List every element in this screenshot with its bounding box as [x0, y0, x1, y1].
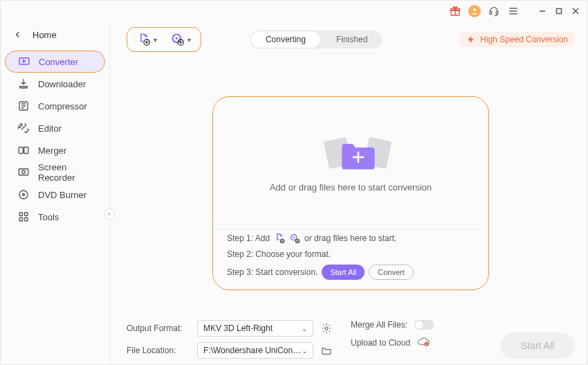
output-format-select[interactable]: MKV 3D Left-Right ⌄ [197, 320, 313, 337]
svg-rect-16 [19, 148, 23, 154]
tab-label: Finished [336, 35, 367, 44]
sidebar-item-tools[interactable]: Tools [5, 206, 105, 228]
svg-point-30 [176, 37, 178, 39]
start-all-label: Start All [521, 340, 554, 351]
sidebar-item-label: Compressor [38, 101, 87, 112]
sidebar-item-label: Screen Recorder [38, 162, 105, 183]
folder-illustration [316, 128, 385, 172]
svg-point-46 [325, 327, 328, 330]
content-area: ▾ ▾ Converting Finished High Speed Conve… [110, 21, 587, 364]
sidebar-item-converter[interactable]: Converter [5, 51, 105, 73]
app-window: Home Converter Downloader Compressor Ed [0, 0, 588, 365]
titlebar [1, 1, 587, 21]
svg-marker-14 [24, 60, 26, 62]
svg-point-3 [473, 8, 476, 11]
gear-icon[interactable] [320, 322, 333, 335]
sidebar-item-editor[interactable]: Editor [5, 117, 105, 139]
drop-hint: Add or drag files here to start conversi… [270, 182, 432, 193]
drop-area[interactable]: Add or drag files here to start conversi… [212, 96, 489, 290]
sidebar-item-label: Downloader [38, 79, 86, 89]
sidebar-item-downloader[interactable]: Downloader [5, 73, 105, 95]
high-speed-badge[interactable]: High Speed Conversion [459, 32, 575, 47]
chevron-down-icon: ⌄ [302, 325, 307, 332]
add-disc-icon [171, 33, 185, 46]
svg-rect-10 [557, 9, 562, 14]
add-file-icon [274, 233, 285, 244]
sidebar-item-screen-recorder[interactable]: Screen Recorder [5, 161, 105, 184]
step-3: Step 3: Start conversion. Start All Conv… [227, 265, 475, 280]
add-file-button[interactable]: ▾ [137, 33, 157, 46]
close-button[interactable] [571, 6, 580, 16]
sidebar-item-dvd-burner[interactable]: DVD Burner [5, 184, 105, 206]
merger-icon [17, 144, 30, 157]
home-button[interactable]: Home [1, 21, 109, 48]
drop-upper: Add or drag files here to start conversi… [213, 97, 488, 224]
avatar[interactable] [468, 5, 481, 17]
high-speed-label: High Speed Conversion [480, 35, 568, 44]
screen-recorder-icon [17, 166, 30, 179]
step-2: Step 2: Choose your format. [227, 249, 475, 259]
bottom-bar: Output Format: MKV 3D Left-Right ⌄ File … [127, 312, 575, 359]
chevron-down-icon: ▾ [154, 36, 157, 44]
sidebar-item-label: Converter [39, 57, 78, 67]
tab-finished[interactable]: Finished [321, 30, 383, 48]
bolt-icon [466, 35, 476, 44]
sidebar: Home Converter Downloader Compressor Ed [1, 21, 110, 364]
merge-toggle[interactable] [414, 320, 434, 330]
downloader-icon [17, 78, 30, 90]
step-text: or drag files here to start. [304, 233, 396, 243]
merge-files-label: Merge All Files: [351, 320, 407, 330]
sidebar-item-merger[interactable]: Merger [5, 139, 105, 161]
svg-rect-24 [19, 218, 23, 222]
file-location-label: File Location: [127, 346, 190, 355]
svg-point-21 [23, 194, 25, 196]
add-file-button-group: ▾ ▾ [127, 27, 201, 52]
start-all-button[interactable]: Start All [500, 332, 575, 359]
minimize-button[interactable] [538, 6, 547, 16]
sidebar-item-compressor[interactable]: Compressor [5, 95, 105, 117]
maximize-button[interactable] [554, 6, 564, 16]
tools-icon [17, 211, 30, 223]
upload-cloud-label: Upload to Cloud [351, 338, 410, 348]
tabs: Converting Finished [250, 30, 383, 48]
add-dvd-button[interactable]: ▾ [171, 33, 191, 46]
topbar: ▾ ▾ Converting Finished High Speed Conve… [127, 24, 575, 55]
output-format-label: Output Format: [127, 323, 190, 333]
svg-point-20 [19, 190, 28, 199]
sidebar-item-label: DVD Burner [38, 190, 86, 200]
step-text: Step 3: Start conversion. [227, 267, 318, 277]
svg-rect-4 [490, 12, 492, 15]
editor-icon [17, 122, 30, 134]
sidebar-collapse-button[interactable] [104, 208, 115, 220]
step-text: Step 2: Choose your format. [227, 249, 331, 259]
tab-label: Converting [266, 35, 306, 44]
step-1: Step 1: Add or drag files here to start. [227, 233, 475, 244]
chevron-down-icon: ▾ [187, 36, 191, 44]
start-all-pill[interactable]: Start All [322, 265, 365, 280]
step-text: Step 1: Add [227, 233, 270, 243]
cloud-icon[interactable] [417, 335, 430, 350]
select-value: F:\Wondershare UniConverter 1 [203, 346, 302, 355]
sidebar-item-label: Merger [38, 145, 66, 156]
add-disc-icon [289, 233, 300, 244]
svg-point-42 [293, 236, 295, 238]
svg-rect-18 [19, 169, 28, 175]
sidebar-item-label: Tools [38, 212, 59, 222]
svg-rect-23 [25, 213, 28, 216]
svg-rect-25 [25, 218, 28, 222]
svg-rect-22 [19, 213, 23, 216]
sidebar-item-label: Editor [38, 123, 62, 134]
folder-open-icon[interactable] [320, 344, 333, 357]
select-value: MKV 3D Left-Right [203, 323, 273, 333]
tab-converting[interactable]: Converting [250, 30, 321, 48]
gift-icon[interactable] [449, 5, 461, 17]
headset-icon[interactable] [488, 5, 500, 17]
pill-label: Start All [330, 268, 356, 276]
hamburger-icon[interactable] [507, 5, 520, 17]
pill-label: Convert [378, 268, 405, 276]
chevron-down-icon: ⌄ [302, 347, 307, 355]
drop-steps: Step 1: Add or drag files here to start.… [213, 224, 488, 290]
convert-pill[interactable]: Convert [369, 265, 414, 280]
converter-icon [18, 55, 30, 68]
file-location-select[interactable]: F:\Wondershare UniConverter 1 ⌄ [197, 342, 313, 359]
